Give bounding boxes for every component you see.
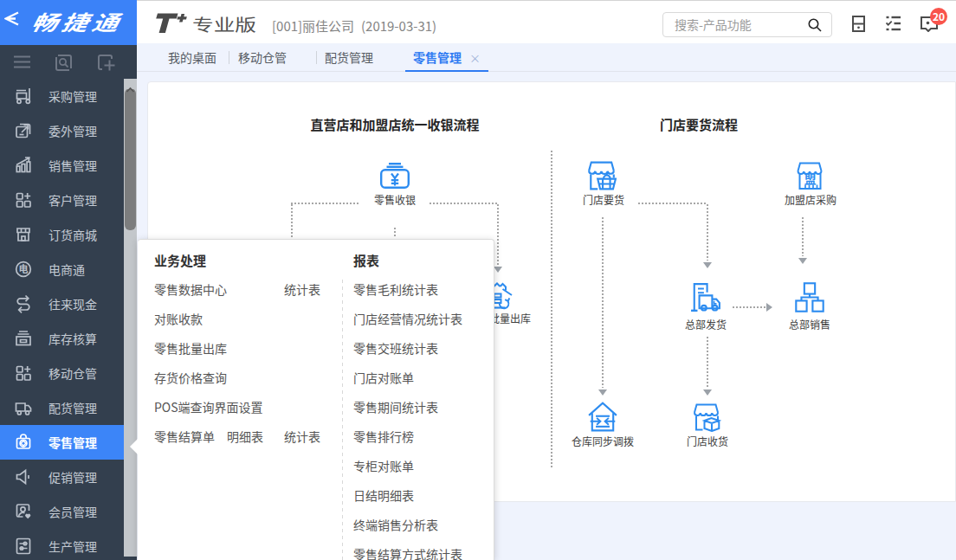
- svg-text:专业版: 专业版: [192, 11, 256, 35]
- svg-text:盟: 盟: [804, 170, 817, 187]
- svg-text:电: 电: [19, 261, 29, 275]
